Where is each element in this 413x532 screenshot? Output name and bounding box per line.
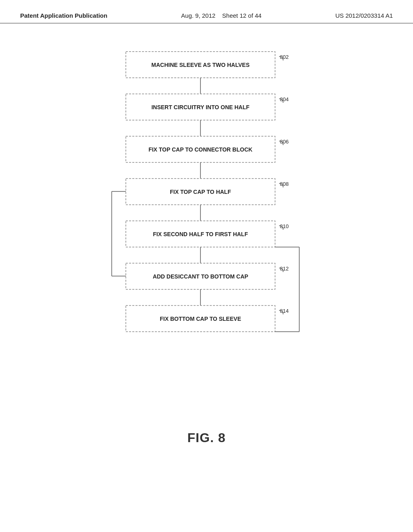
- svg-text:FIX BOTTOM CAP TO SLEEVE: FIX BOTTOM CAP TO SLEEVE: [160, 316, 241, 322]
- svg-text:ADD DESICCANT TO BOTTOM CAP: ADD DESICCANT TO BOTTOM CAP: [153, 273, 248, 280]
- diagram-area: MACHINE SLEEVE AS TWO HALVES 802 INSERT …: [0, 23, 413, 398]
- svg-text:FIX SECOND HALF TO FIRST HALF: FIX SECOND HALF TO FIRST HALF: [153, 231, 248, 237]
- page-header: Patent Application Publication Aug. 9, 2…: [0, 0, 413, 23]
- sheet-info: Sheet 12 of 44: [222, 12, 262, 19]
- figure-label: FIG. 8: [0, 430, 413, 445]
- patent-number: US 2012/0203314 A1: [335, 12, 393, 19]
- svg-text:MACHINE SLEEVE AS TWO HALVES: MACHINE SLEEVE AS TWO HALVES: [151, 62, 249, 68]
- svg-text:FIX TOP CAP TO CONNECTOR BLOCK: FIX TOP CAP TO CONNECTOR BLOCK: [148, 146, 252, 153]
- publication-date: Aug. 9, 2012: [181, 12, 215, 19]
- svg-text:INSERT CIRCUITRY INTO ONE HALF: INSERT CIRCUITRY INTO ONE HALF: [151, 104, 250, 110]
- date-sheet: Aug. 9, 2012 Sheet 12 of 44: [181, 12, 261, 19]
- flowchart-svg: MACHINE SLEEVE AS TWO HALVES 802 INSERT …: [81, 48, 332, 398]
- publication-label: Patent Application Publication: [20, 12, 107, 19]
- svg-text:FIX TOP CAP TO HALF: FIX TOP CAP TO HALF: [170, 189, 231, 195]
